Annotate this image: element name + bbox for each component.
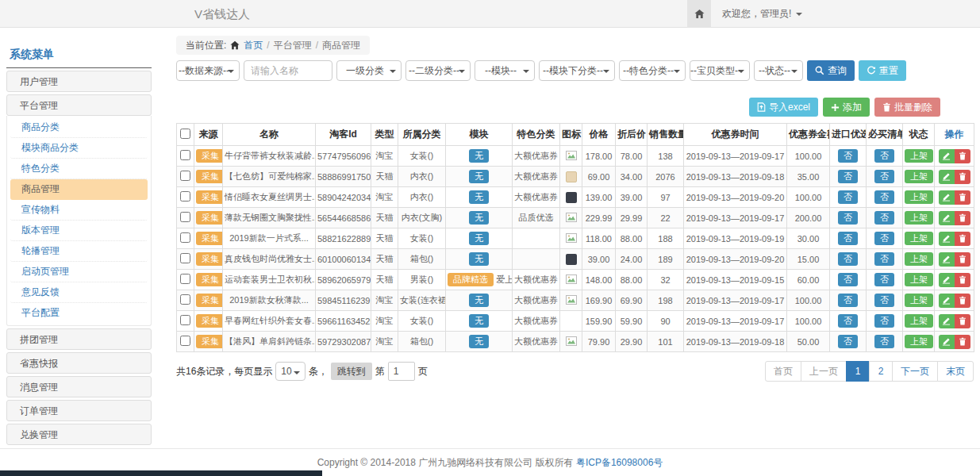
delete-button[interactable] xyxy=(955,170,970,184)
name-input[interactable] xyxy=(244,60,332,81)
sidebar-group[interactable]: 兑换管理 xyxy=(6,424,152,445)
sidebar-group[interactable]: 省惠快报 xyxy=(6,352,152,374)
status-toggle[interactable]: 上架 xyxy=(905,252,933,266)
delete-button[interactable] xyxy=(955,252,970,267)
item-type-select[interactable]: --宝贝类型-- xyxy=(690,60,750,81)
status-toggle[interactable]: 上架 xyxy=(905,149,933,163)
imported-toggle[interactable]: 否 xyxy=(838,314,858,328)
pager-item[interactable]: 末页 xyxy=(937,361,974,382)
sidebar-group[interactable]: 平台管理 xyxy=(6,94,152,116)
delete-button[interactable] xyxy=(955,190,970,205)
row-checkbox[interactable] xyxy=(180,171,190,181)
row-checkbox[interactable] xyxy=(180,274,190,284)
must-buy-toggle[interactable]: 否 xyxy=(874,232,894,245)
status-toggle[interactable]: 上架 xyxy=(905,232,933,245)
edit-button[interactable] xyxy=(939,149,955,163)
status-toggle[interactable]: 上架 xyxy=(905,294,933,307)
module-sub-category-select[interactable]: --模块下分类-- xyxy=(539,60,615,81)
module-badge[interactable]: 无 xyxy=(469,190,489,204)
home-button[interactable] xyxy=(687,0,711,28)
sidebar-item[interactable]: 宣传物料 xyxy=(10,200,148,221)
imported-toggle[interactable]: 否 xyxy=(838,294,858,307)
edit-button[interactable] xyxy=(939,314,955,328)
row-checkbox[interactable] xyxy=(180,294,190,305)
imported-toggle[interactable]: 否 xyxy=(838,149,858,163)
must-buy-toggle[interactable]: 否 xyxy=(874,335,894,348)
must-buy-toggle[interactable]: 否 xyxy=(874,170,894,183)
must-buy-toggle[interactable]: 否 xyxy=(874,252,894,266)
pager-item[interactable]: 2 xyxy=(869,361,893,382)
pager-item[interactable]: 首页 xyxy=(765,361,801,382)
sidebar-item[interactable]: 平台配置 xyxy=(10,303,148,324)
delete-button[interactable] xyxy=(955,211,970,225)
per-page-select[interactable]: 10 xyxy=(275,362,305,381)
level2-category-select[interactable]: --二级分类-- xyxy=(405,60,471,81)
add-button[interactable]: 添加 xyxy=(823,98,870,117)
row-checkbox[interactable] xyxy=(180,336,190,346)
row-checkbox[interactable] xyxy=(180,191,190,202)
delete-button[interactable] xyxy=(955,294,970,308)
pager-item[interactable]: 下一页 xyxy=(892,361,938,382)
sidebar-item[interactable]: 特色分类 xyxy=(10,159,148,179)
module-badge[interactable]: 品牌精选 xyxy=(448,273,494,286)
sidebar-item[interactable]: 模块商品分类 xyxy=(10,138,148,159)
imported-toggle[interactable]: 否 xyxy=(838,335,858,348)
module-badge[interactable]: 无 xyxy=(469,314,489,328)
imported-toggle[interactable]: 否 xyxy=(838,273,858,286)
imported-toggle[interactable]: 否 xyxy=(838,211,858,225)
row-checkbox[interactable] xyxy=(180,150,190,160)
must-buy-toggle[interactable]: 否 xyxy=(874,314,894,328)
module-badge[interactable]: 无 xyxy=(469,211,489,225)
edit-button[interactable] xyxy=(939,232,955,246)
sidebar-item[interactable]: 版本管理 xyxy=(10,221,148,241)
row-checkbox[interactable] xyxy=(180,315,190,325)
status-select[interactable]: --状态-- xyxy=(754,60,803,81)
must-buy-toggle[interactable]: 否 xyxy=(874,273,894,286)
module-badge[interactable]: 无 xyxy=(469,170,489,183)
edit-button[interactable] xyxy=(939,190,955,205)
delete-button[interactable] xyxy=(955,149,970,163)
edit-button[interactable] xyxy=(939,170,955,184)
data-source-select[interactable]: --数据来源-- xyxy=(176,60,240,81)
must-buy-toggle[interactable]: 否 xyxy=(874,211,894,225)
edit-button[interactable] xyxy=(939,335,955,349)
reset-button[interactable]: 重置 xyxy=(859,60,906,81)
pager-item[interactable]: 1 xyxy=(846,361,870,382)
batch-delete-button[interactable]: 批量删除 xyxy=(874,98,940,117)
sidebar-item[interactable]: 启动页管理 xyxy=(10,262,148,282)
module-badge[interactable]: 无 xyxy=(469,335,489,348)
icp-link[interactable]: 粤ICP备16098006号 xyxy=(576,456,663,470)
module-badge[interactable]: 无 xyxy=(469,252,489,266)
status-toggle[interactable]: 上架 xyxy=(905,190,933,204)
imported-toggle[interactable]: 否 xyxy=(838,190,858,204)
status-toggle[interactable]: 上架 xyxy=(905,211,933,225)
delete-button[interactable] xyxy=(955,273,970,287)
sidebar-group[interactable]: 订单管理 xyxy=(6,400,152,421)
search-button[interactable]: 查询 xyxy=(807,60,855,81)
must-buy-toggle[interactable]: 否 xyxy=(874,294,894,307)
delete-button[interactable] xyxy=(955,232,970,246)
edit-button[interactable] xyxy=(939,273,955,287)
imported-toggle[interactable]: 否 xyxy=(838,252,858,266)
import-excel-button[interactable]: 导入excel xyxy=(749,98,818,117)
row-checkbox[interactable] xyxy=(180,232,190,243)
row-checkbox[interactable] xyxy=(180,212,190,222)
page-number-input[interactable] xyxy=(388,362,415,381)
must-buy-toggle[interactable]: 否 xyxy=(874,190,894,204)
level1-category-select[interactable]: 一级分类 xyxy=(336,60,402,81)
pager-item[interactable]: 上一页 xyxy=(801,361,847,382)
edit-button[interactable] xyxy=(939,252,955,267)
status-toggle[interactable]: 上架 xyxy=(905,314,933,328)
feature-category-select[interactable]: --特色分类-- xyxy=(619,60,686,81)
sidebar-group[interactable]: 拼团管理 xyxy=(6,328,152,350)
status-toggle[interactable]: 上架 xyxy=(905,170,933,183)
sidebar-item[interactable]: 意见反馈 xyxy=(10,282,148,303)
edit-button[interactable] xyxy=(939,294,955,308)
must-buy-toggle[interactable]: 否 xyxy=(874,149,894,163)
sidebar-item[interactable]: 轮播管理 xyxy=(10,241,148,262)
breadcrumb-link-home[interactable]: 首页 xyxy=(244,39,263,52)
row-checkbox[interactable] xyxy=(180,253,190,263)
module-badge[interactable]: 无 xyxy=(469,294,489,307)
sidebar-item[interactable]: 商品分类 xyxy=(10,117,148,138)
sidebar-group[interactable]: 用户管理 xyxy=(6,71,152,92)
